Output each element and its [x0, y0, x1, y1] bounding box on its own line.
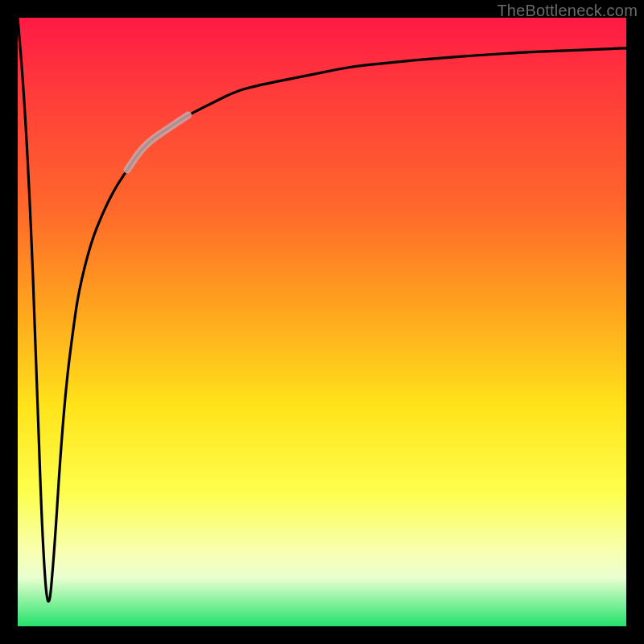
plot-area — [18, 18, 626, 626]
curve-svg — [18, 18, 626, 626]
bottleneck-curve-highlight — [127, 115, 188, 170]
bottleneck-curve-path — [18, 18, 626, 601]
watermark-text: TheBottleneck.com — [497, 2, 638, 20]
chart-frame: TheBottleneck.com — [0, 0, 644, 644]
